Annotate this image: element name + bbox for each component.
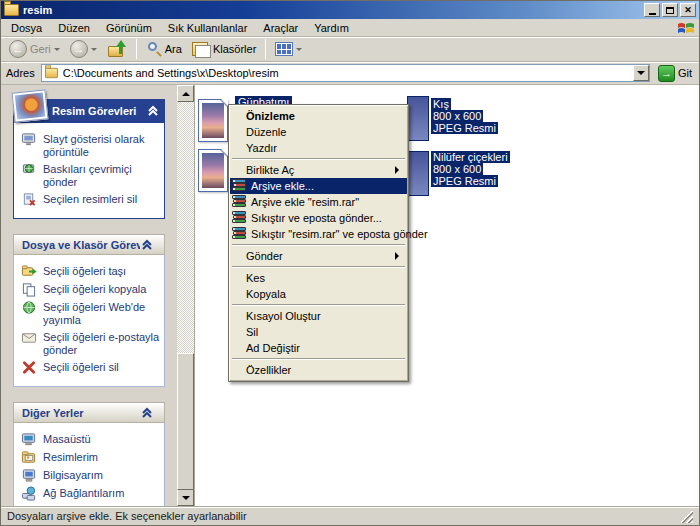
sidebar-item-network[interactable]: Ağ Bağlantılarım — [21, 487, 160, 501]
sidebar-item-my-pictures[interactable]: Resimlerim — [21, 451, 160, 465]
search-button[interactable]: Ara — [142, 38, 186, 60]
views-button[interactable] — [271, 38, 306, 60]
sidebar-item-label: Seçili öğeleri e-postayla gönder — [43, 331, 160, 357]
forward-button[interactable]: → — [66, 38, 101, 60]
forward-icon: → — [70, 40, 88, 58]
sidebar-item-delete-pictures[interactable]: Seçilen resimleri sil — [21, 193, 160, 207]
ctx-item-delete[interactable]: Sil — [230, 324, 407, 340]
file-thumbnail-2[interactable] — [198, 149, 228, 192]
ctx-item-add-to-archive[interactable]: Arşive ekle... — [230, 178, 407, 194]
search-label: Ara — [165, 43, 182, 55]
sidebar-item-order-prints[interactable]: Baskıları çevrimiçi gönder — [21, 163, 160, 189]
ctx-item-create-shortcut[interactable]: Kısayol Oluştur — [230, 308, 407, 324]
scroll-up-button[interactable] — [177, 85, 194, 102]
views-dropdown-icon[interactable] — [296, 48, 302, 51]
file-name[interactable]: Nilüfer çiçekleri — [431, 151, 510, 163]
back-label: Geri — [30, 43, 51, 55]
up-button[interactable] — [103, 38, 131, 60]
collapse-chevron-icon[interactable] — [140, 239, 154, 251]
print-online-icon — [21, 162, 37, 177]
ctx-item-open-with[interactable]: Birlikte Aç — [230, 162, 407, 178]
file-thumbnail-nilufer[interactable] — [407, 151, 429, 196]
resize-grip[interactable] — [680, 510, 693, 523]
back-button[interactable]: ← Geri — [5, 38, 64, 60]
ctx-item-copy[interactable]: Kopyala — [230, 286, 407, 302]
panel-title: Diğer Yerler — [22, 407, 140, 419]
collapse-chevron-icon[interactable] — [146, 105, 160, 117]
ctx-item-print[interactable]: Yazdır — [230, 140, 407, 156]
collapse-chevron-icon[interactable] — [140, 407, 154, 419]
file-thumbnail-gunbatimi[interactable] — [198, 99, 228, 142]
close-button[interactable]: ✕ — [680, 3, 696, 17]
menu-edit[interactable]: Düzen — [50, 20, 98, 36]
file-tile-kis[interactable]: Kış 800 x 600 JPEG Resmi — [431, 98, 498, 134]
file-list-area[interactable]: Günbatımı Kış 800 x 600 JPEG Resmi Nilüf… — [194, 85, 699, 506]
address-bar: Adres C:\Documents and Settings\x\Deskto… — [1, 62, 699, 85]
go-button[interactable]: → Git — [654, 65, 696, 82]
windows-logo-icon — [677, 20, 695, 36]
ctx-item-edit[interactable]: Düzenle — [230, 124, 407, 140]
scrollbar-track[interactable] — [177, 102, 194, 489]
title-bar[interactable]: resim ✕ — [1, 1, 699, 19]
sidebar-item-delete[interactable]: Seçili öğeleri sil — [21, 361, 160, 375]
winrar-icon — [232, 179, 247, 193]
menu-separator — [232, 358, 405, 360]
sidebar-item-label: Resimlerim — [43, 451, 98, 464]
sidebar-item-slideshow[interactable]: Slayt gösterisi olarak görüntüle — [21, 133, 160, 159]
menu-favorites[interactable]: Sık Kullanılanlar — [160, 20, 256, 36]
sidebar-item-desktop[interactable]: Masaüstü — [21, 433, 160, 447]
ctx-item-add-to-resim-rar[interactable]: Arşive ekle "resim.rar" — [230, 194, 407, 210]
scroll-down-button[interactable] — [177, 489, 194, 506]
context-menu: Önizleme Düzenle Yazdır Birlikte Aç Arşi… — [228, 104, 409, 382]
picture-tasks-panel: Resim Görevleri Slayt gösterisi olarak g — [13, 99, 165, 219]
main-area: Resim Görevleri Slayt gösterisi olarak g — [1, 85, 699, 506]
folders-button[interactable]: Klasörler — [188, 38, 260, 60]
address-input[interactable]: C:\Documents and Settings\x\Desktop\resi… — [41, 64, 650, 82]
maximize-button[interactable] — [662, 3, 678, 17]
ctx-item-rename[interactable]: Ad Değiştir — [230, 340, 407, 356]
file-tile-nilufer[interactable]: Nilüfer çiçekleri 800 x 600 JPEG Resmi — [431, 151, 510, 187]
sidebar-item-publish-web[interactable]: Seçili öğeleri Web'de yayımla — [21, 301, 160, 327]
menu-view[interactable]: Görünüm — [98, 20, 160, 36]
sidebar-item-label: Seçilen resimleri sil — [43, 193, 137, 206]
copy-icon — [21, 282, 37, 297]
menu-file[interactable]: Dosya — [3, 20, 50, 36]
scrollbar-thumb[interactable] — [177, 353, 194, 490]
minimize-button[interactable] — [644, 3, 660, 17]
menu-separator — [232, 158, 405, 160]
address-dropdown-button[interactable] — [633, 65, 649, 81]
sidebar-item-move[interactable]: Seçili öğeleri taşı — [21, 265, 160, 279]
my-pictures-icon — [21, 450, 37, 465]
ctx-item-properties[interactable]: Özellikler — [230, 362, 407, 378]
network-places-icon — [21, 486, 37, 501]
ctx-item-preview[interactable]: Önizleme — [230, 108, 407, 124]
ctx-item-cut[interactable]: Kes — [230, 270, 407, 286]
other-places-panel: Diğer Yerler Masaüstü — [13, 402, 165, 506]
sidebar-item-label: Seçili öğeleri taşı — [43, 265, 126, 278]
file-folder-tasks-header[interactable]: Dosya ve Klasör Görevleri — [13, 234, 165, 255]
sidebar-item-email[interactable]: Seçili öğeleri e-postayla gönder — [21, 331, 160, 357]
menu-tools[interactable]: Araçlar — [255, 20, 306, 36]
back-dropdown-icon[interactable] — [54, 48, 60, 51]
sidebar-item-label: Baskıları çevrimiçi gönder — [43, 163, 160, 189]
forward-dropdown-icon[interactable] — [91, 48, 97, 51]
sidebar-item-copy[interactable]: Seçili öğeleri kopyala — [21, 283, 160, 297]
back-icon: ← — [9, 40, 27, 58]
other-places-header[interactable]: Diğer Yerler — [13, 402, 165, 423]
sidebar-scrollbar[interactable] — [177, 85, 194, 506]
status-text: Dosyaları arşive ekle. Ek seçenekler aya… — [7, 510, 247, 522]
search-icon — [146, 41, 162, 57]
file-name[interactable]: Kış — [431, 98, 451, 110]
ctx-item-send-to[interactable]: Gönder — [230, 248, 407, 264]
panel-title: Dosya ve Klasör Görevleri — [22, 239, 140, 251]
go-label: Git — [678, 67, 692, 79]
ctx-item-compress-email[interactable]: Sıkıştır ve eposta gönder... — [230, 210, 407, 226]
file-thumbnail-kis[interactable] — [407, 96, 429, 141]
address-value: C:\Documents and Settings\x\Desktop\resi… — [63, 67, 633, 79]
ctx-item-compress-rar-email[interactable]: Sıkıştır "resim.rar" ve eposta gönder — [230, 226, 407, 242]
winrar-icon — [232, 195, 247, 209]
toolbar-separator — [265, 39, 266, 59]
menu-help[interactable]: Yardım — [306, 20, 357, 36]
delete-icon — [21, 360, 37, 375]
sidebar-item-my-computer[interactable]: Bilgisayarım — [21, 469, 160, 483]
